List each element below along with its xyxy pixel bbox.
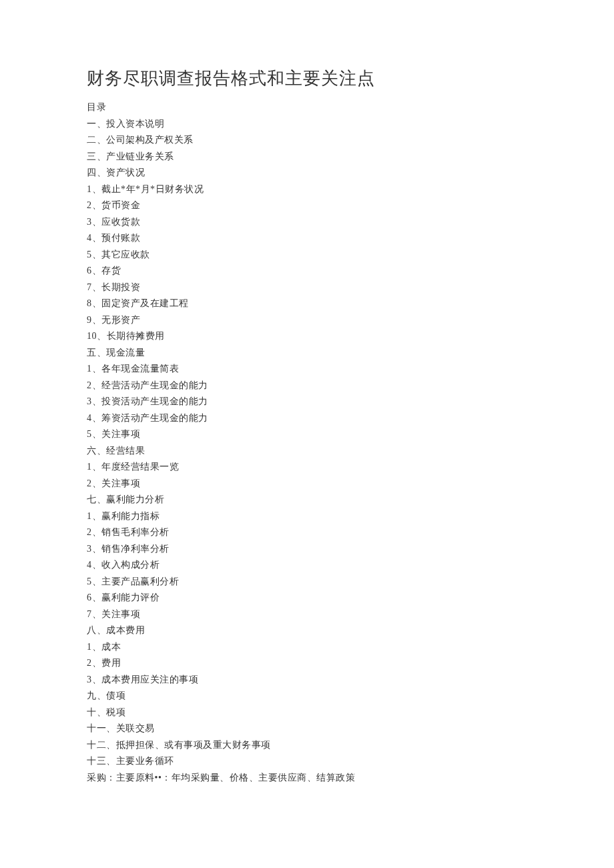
toc-item: 五、现金流量 [87, 345, 527, 362]
toc-item: 二、公司架构及产权关系 [87, 132, 527, 149]
toc-item: 4、预付账款 [87, 230, 527, 247]
toc-item: 3、投资活动产生现金的能力 [87, 394, 527, 410]
toc-item: 3、应收货款 [87, 214, 527, 231]
toc-item: 1、各年现金流量简表 [87, 361, 527, 378]
toc-item: 九、债项 [87, 688, 527, 705]
toc-item: 1、截止*年*月*日财务状况 [87, 181, 527, 198]
toc-item: 三、产业链业务关系 [87, 149, 527, 165]
toc-item: 10、长期待摊费用 [87, 328, 527, 345]
toc-item: 1、成本 [87, 639, 527, 656]
toc-item: 2、货币资金 [87, 197, 527, 214]
toc-item: 一、投入资本说明 [87, 116, 527, 133]
toc-item: 十、税项 [87, 705, 527, 721]
toc-item: 六、经营结果 [87, 443, 527, 460]
toc-item: 5、主要产品赢利分析 [87, 574, 527, 590]
toc-item: 四、资产状况 [87, 165, 527, 181]
toc-item: 3、销售净利率分析 [87, 541, 527, 558]
toc-item: 6、赢利能力评价 [87, 590, 527, 606]
toc-item: 十三、主要业务循环 [87, 753, 527, 770]
toc-item: 5、关注事项 [87, 426, 527, 443]
document-title: 财务尽职调查报告格式和主要关注点 [87, 67, 527, 90]
toc-item: 目录 [87, 99, 527, 116]
toc-item: 1、赢利能力指标 [87, 508, 527, 525]
toc-item: 十二、抵押担保、或有事项及重大财务事项 [87, 737, 527, 754]
toc-item: 七、赢利能力分析 [87, 492, 527, 508]
toc-item: 4、筹资活动产生现金的能力 [87, 410, 527, 427]
toc-item: 7、关注事项 [87, 606, 527, 623]
toc-item: 2、关注事项 [87, 476, 527, 492]
toc-item: 7、长期投资 [87, 280, 527, 296]
toc-item: 十一、关联交易 [87, 721, 527, 737]
toc-item: 5、其它应收款 [87, 247, 527, 264]
toc-item: 6、存货 [87, 263, 527, 280]
toc-item: 2、费用 [87, 655, 527, 672]
toc-item: 3、成本费用应关注的事项 [87, 672, 527, 689]
toc-item: 4、收入构成分析 [87, 557, 527, 574]
toc-item: 八、成本费用 [87, 622, 527, 639]
toc-item: 2、销售毛利率分析 [87, 524, 527, 541]
toc-item: 采购：主要原料••：年均采购量、价格、主要供应商、结算政策 [87, 770, 527, 787]
toc-item: 9、无形资产 [87, 312, 527, 329]
toc-item: 2、经营活动产生现金的能力 [87, 378, 527, 394]
toc-item: 1、年度经营结果一览 [87, 459, 527, 476]
toc-item: 8、固定资产及在建工程 [87, 296, 527, 312]
